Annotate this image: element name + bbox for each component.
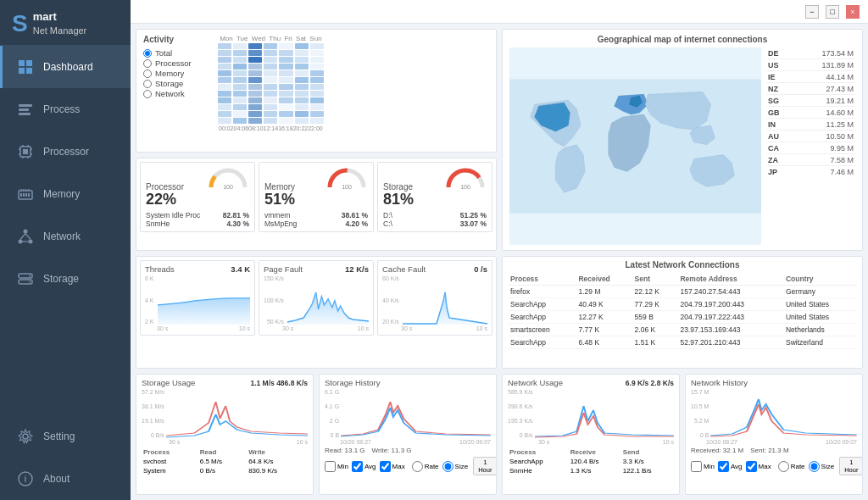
logo-text: mart Net Manager bbox=[33, 10, 87, 36]
heatmap-cell bbox=[248, 84, 262, 90]
svg-rect-24 bbox=[25, 193, 27, 197]
activity-radio-network[interactable]: Network bbox=[143, 89, 211, 98]
heatmap-cell bbox=[295, 84, 309, 90]
network-icon bbox=[16, 227, 35, 246]
network-sent-label: Sent: 21.3 M bbox=[750, 447, 788, 454]
heatmap-cell bbox=[218, 50, 231, 56]
close-button[interactable]: × bbox=[846, 5, 860, 19]
heatmap-cell bbox=[233, 91, 247, 97]
sidebar-item-dashboard[interactable]: Dashboard bbox=[0, 46, 131, 88]
heatmap-cell bbox=[248, 77, 262, 83]
network-history-panel: Network History 15.7 M10.5 M5.2 M0 B 10/… bbox=[685, 374, 863, 495]
geo-map bbox=[509, 47, 761, 245]
metric-storage-value: 81% bbox=[383, 192, 487, 208]
nh-ctrl-avg[interactable]: Avg bbox=[718, 461, 743, 472]
geo-list: DE173.54 M US131.89 M IE44.14 M NZ27.43 … bbox=[766, 47, 855, 245]
network-usage-panel: Network Usage 6.9 K/s 2.8 K/s 585.9 K/s3… bbox=[502, 374, 680, 495]
nh-ctrl-rate[interactable]: Rate bbox=[778, 461, 805, 472]
metric-storage: Storage 100 81% D:\51.25 % C:\33.07 % bbox=[377, 162, 492, 232]
heatmap-cell bbox=[310, 77, 324, 83]
metric-memory-value: 51% bbox=[264, 192, 368, 208]
activity-label: Activity bbox=[143, 35, 211, 44]
heatmap-cell bbox=[218, 77, 231, 83]
svg-rect-3 bbox=[26, 68, 32, 74]
svg-point-36 bbox=[23, 434, 28, 439]
heatmap-cell bbox=[233, 118, 247, 124]
heatmap-cell bbox=[310, 57, 324, 63]
heatmap-cell bbox=[248, 91, 262, 97]
maximize-button[interactable]: □ bbox=[826, 5, 839, 19]
ctrl-size-label[interactable]: Size bbox=[442, 461, 469, 472]
storage-hour-button[interactable]: 1 Hour bbox=[473, 457, 497, 475]
nh-ctrl-max[interactable]: Max bbox=[746, 461, 771, 472]
heatmap-cell bbox=[279, 118, 292, 124]
heatmap-cell bbox=[233, 97, 247, 103]
heatmap-cell bbox=[279, 84, 292, 90]
sidebar-item-process[interactable]: Process bbox=[0, 88, 131, 131]
memory-gauge: 100 bbox=[326, 166, 368, 190]
nh-ctrl-size[interactable]: Size bbox=[809, 461, 835, 472]
activity-radio-processor[interactable]: Processor bbox=[143, 58, 211, 68]
svg-rect-0 bbox=[19, 60, 25, 66]
ctrl-min-label[interactable]: Min bbox=[325, 461, 348, 472]
heatmap-cell bbox=[218, 91, 231, 97]
network-usage-title: Network Usage bbox=[508, 378, 563, 387]
sidebar-item-memory[interactable]: Memory bbox=[0, 173, 131, 215]
ctrl-max-label[interactable]: Max bbox=[380, 461, 405, 472]
processor-gauge: 100 bbox=[207, 166, 249, 190]
heatmap-cell bbox=[218, 118, 231, 124]
heatmap-cell bbox=[233, 104, 247, 110]
svg-point-34 bbox=[29, 275, 31, 277]
heatmap-cell bbox=[264, 104, 277, 110]
network-usage-vals: 6.9 K/s 2.8 K/s bbox=[626, 379, 674, 387]
storage-usage-panel: Storage Usage 1.1 M/s 486.8 K/s 57.2 M/s… bbox=[136, 374, 314, 495]
heatmap-cell bbox=[248, 97, 262, 103]
storage-gauge: 100 bbox=[444, 166, 487, 190]
sidebar-label-setting: Setting bbox=[43, 431, 75, 442]
stat-threads-value: 3.4 K bbox=[231, 264, 250, 274]
heatmap-cell bbox=[310, 64, 324, 69]
svg-rect-23 bbox=[23, 193, 25, 197]
geo-title: Geographical map of internet connections bbox=[509, 35, 855, 44]
table-row: SearchApp12.27 K559 B204.79.197.222:443U… bbox=[508, 311, 857, 324]
heatmap-cell bbox=[295, 77, 309, 83]
heatmap-cell bbox=[248, 43, 262, 49]
nh-ctrl-min[interactable]: Min bbox=[691, 461, 715, 472]
heatmap-cell bbox=[218, 111, 231, 117]
network-received-label: Received: 32.1 M bbox=[691, 447, 743, 454]
activity-radio-storage[interactable]: Storage bbox=[143, 79, 211, 88]
sidebar-label-about: About bbox=[43, 473, 70, 485]
stat-threads-title: Threads bbox=[145, 264, 175, 274]
stat-page-fault: Page Fault 12 K/s 150 K/s100 K/s50 K/s bbox=[259, 260, 374, 336]
sidebar-item-network[interactable]: Network bbox=[0, 215, 131, 258]
svg-point-26 bbox=[24, 230, 28, 234]
heatmap-cell bbox=[279, 77, 292, 83]
sidebar-item-storage[interactable]: Storage bbox=[0, 258, 131, 300]
heatmap-cell bbox=[218, 57, 231, 63]
sidebar-item-about[interactable]: i About bbox=[0, 458, 131, 500]
minimize-button[interactable]: − bbox=[805, 5, 819, 19]
sidebar-item-setting[interactable]: Setting bbox=[0, 415, 131, 458]
activity-radio-memory[interactable]: Memory bbox=[143, 69, 211, 78]
sidebar-label-process: Process bbox=[43, 103, 80, 115]
heatmap-cell bbox=[248, 64, 262, 69]
ctrl-avg-label[interactable]: Avg bbox=[352, 461, 376, 472]
heatmap-cell bbox=[264, 64, 277, 69]
heatmap-cell bbox=[248, 104, 262, 110]
heatmap-cell bbox=[310, 50, 324, 56]
heatmap-cell bbox=[310, 104, 324, 110]
ctrl-rate-label[interactable]: Rate bbox=[412, 461, 439, 472]
net-connections-title: Latest Network Connections bbox=[508, 260, 857, 269]
heatmap-cell bbox=[218, 84, 231, 90]
sidebar-item-processor[interactable]: Processor bbox=[0, 131, 131, 173]
heatmap-cell bbox=[218, 43, 231, 49]
activity-radio-total[interactable]: Total bbox=[143, 48, 211, 58]
heatmap-cell bbox=[248, 111, 262, 117]
net-connections-table: Process Received Sent Remote Address Cou… bbox=[508, 273, 857, 349]
table-row: smartscreen7.77 K2.06 K23.97.153.169:443… bbox=[508, 324, 857, 336]
heatmap-cell bbox=[264, 111, 277, 117]
network-hour-button[interactable]: 1 Hour bbox=[839, 457, 863, 475]
storage-icon bbox=[16, 269, 35, 288]
svg-line-30 bbox=[25, 234, 31, 240]
storage-history-panel: Storage History 6.1 G4.1 G2 G0 B 10/20 0… bbox=[319, 374, 497, 495]
